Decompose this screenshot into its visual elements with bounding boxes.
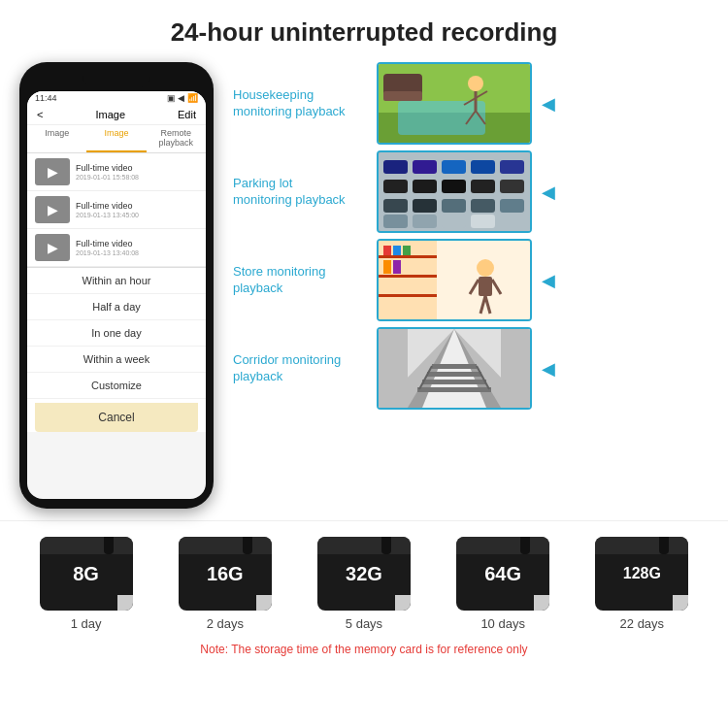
video-thumb: ▶ <box>35 234 70 261</box>
monitoring-row-parking: Parking lotmonitoring playback <box>233 150 718 233</box>
dropdown-item-one-day[interactable]: In one day <box>27 320 206 347</box>
sd-card-notch <box>381 537 391 554</box>
svg-rect-22 <box>383 199 408 213</box>
video-thumb: ▶ <box>35 158 70 185</box>
phone-device: 11:44 ▣ ◀ 📶 < Image Edit Image Image Rem… <box>19 62 214 509</box>
svg-rect-12 <box>383 160 408 174</box>
page-title: 24-hour uninterrupted recording <box>0 0 728 57</box>
svg-rect-20 <box>471 180 495 193</box>
sd-size-label-128g: 128G <box>623 565 661 582</box>
svg-rect-42 <box>479 277 492 296</box>
phone-mockup: 11:44 ▣ ◀ 📶 < Image Edit Image Image Rem… <box>10 57 223 509</box>
sd-card-icon-16g: 16G <box>179 537 272 611</box>
dropdown-item-customize[interactable]: Customize <box>27 373 206 399</box>
video-title: Full-time video <box>76 201 139 211</box>
svg-rect-21 <box>500 180 524 193</box>
monitoring-label-housekeeping: Housekeepingmonitoring playback <box>233 87 369 120</box>
monitoring-photo-store <box>377 239 532 321</box>
photo-scene-store <box>379 241 530 319</box>
sd-card-16g: 16G 2 days <box>179 537 272 631</box>
list-item[interactable]: ▶ Full-time video 2019-01-13 13:40:08 <box>27 229 206 267</box>
svg-rect-38 <box>403 246 411 255</box>
svg-rect-51 <box>417 387 491 392</box>
svg-rect-35 <box>379 294 437 297</box>
sd-card-8g: 8G 1 day <box>40 537 133 631</box>
monitoring-row-store: Store monitoringplayback <box>233 239 718 321</box>
monitoring-photo-corridor <box>377 327 532 410</box>
photo-scene-corridor <box>379 329 530 408</box>
sd-cards-row: 8G 1 day 16G 2 days 32G 5 days 64G 10 da… <box>19 537 709 631</box>
svg-rect-53 <box>427 372 481 377</box>
phone-dropdown: Within an hour Half a day In one day Wit… <box>27 267 206 432</box>
phone-notch <box>83 72 150 87</box>
svg-rect-30 <box>471 215 495 228</box>
phone-back[interactable]: < <box>37 109 43 120</box>
dropdown-cancel[interactable]: Cancel <box>35 403 198 432</box>
svg-rect-17 <box>383 180 408 193</box>
dropdown-item-within-hour[interactable]: Within an hour <box>27 268 206 294</box>
tab-image-2[interactable]: Image <box>86 125 146 152</box>
sd-days-128g: 22 days <box>620 616 665 631</box>
phone-video-list: ▶ Full-time video 2019-01-01 15:58:08 ▶ … <box>27 153 206 267</box>
photo-scene-housekeeping <box>379 64 530 143</box>
sd-size-label-64g: 64G <box>484 563 521 585</box>
svg-rect-29 <box>442 215 466 228</box>
dropdown-item-half-day[interactable]: Half a day <box>27 294 206 320</box>
sd-size-label-8g: 8G <box>73 563 99 585</box>
svg-rect-54 <box>432 364 477 369</box>
monitoring-label-corridor: Corridor monitoringplayback <box>233 352 369 385</box>
svg-rect-18 <box>413 180 437 193</box>
svg-rect-10 <box>383 91 422 101</box>
phone-edit[interactable]: Edit <box>178 109 196 120</box>
svg-rect-23 <box>413 199 437 213</box>
svg-rect-26 <box>500 199 524 213</box>
svg-rect-52 <box>422 380 486 384</box>
monitoring-photo-parking <box>377 150 532 233</box>
arrow-housekeeping: ◀ <box>542 93 555 115</box>
sd-days-8g: 1 day <box>71 616 102 631</box>
phone-status-bar: 11:44 ▣ ◀ 📶 <box>27 91 206 105</box>
svg-rect-25 <box>471 199 495 213</box>
svg-rect-24 <box>442 199 466 213</box>
svg-point-41 <box>477 259 494 277</box>
list-item[interactable]: ▶ Full-time video 2019-01-13 13:45:00 <box>27 191 206 229</box>
svg-rect-16 <box>500 160 524 174</box>
phone-icons: ▣ ◀ 📶 <box>167 93 198 103</box>
sd-card-icon-32g: 32G <box>317 537 411 611</box>
sd-days-64g: 10 days <box>480 616 525 631</box>
monitoring-row-corridor: Corridor monitoringplayback <box>233 327 718 410</box>
svg-rect-13 <box>413 160 437 174</box>
sd-card-icon-8g: 8G <box>40 537 133 611</box>
arrow-corridor: ◀ <box>542 358 555 380</box>
sd-cards-section: 8G 1 day 16G 2 days 32G 5 days 64G 10 da… <box>0 520 728 672</box>
tab-image-1[interactable]: Image <box>27 125 86 152</box>
sd-size-label-32g: 32G <box>346 563 382 585</box>
sd-card-icon-64g: 64G <box>456 537 549 611</box>
monitoring-row-housekeeping: Housekeepingmonitoring playback <box>233 62 718 145</box>
sd-size-label-16g: 16G <box>207 563 244 585</box>
svg-rect-57 <box>379 329 408 408</box>
tab-remote-playback[interactable]: Remote playback <box>147 125 206 152</box>
svg-rect-39 <box>383 260 391 274</box>
sd-card-64g: 64G 10 days <box>456 537 549 631</box>
phone-nav: < Image Edit <box>27 105 206 125</box>
photo-scene-parking <box>379 152 530 231</box>
svg-rect-27 <box>383 215 408 228</box>
svg-point-3 <box>468 76 483 91</box>
svg-rect-14 <box>442 160 466 174</box>
svg-rect-40 <box>393 260 401 274</box>
sd-card-32g: 32G 5 days <box>317 537 411 631</box>
list-item[interactable]: ▶ Full-time video 2019-01-01 15:58:08 <box>27 153 206 191</box>
phone-time: 11:44 <box>35 93 57 103</box>
svg-rect-36 <box>383 246 391 255</box>
phone-nav-title: Image <box>95 109 125 120</box>
sd-card-128g: 128G 22 days <box>595 537 688 631</box>
svg-rect-34 <box>379 275 437 278</box>
dropdown-item-within-week[interactable]: Within a week <box>27 347 206 373</box>
video-date: 2019-01-01 15:58:08 <box>76 174 139 181</box>
svg-rect-28 <box>413 215 437 228</box>
arrow-parking: ◀ <box>542 182 555 203</box>
video-thumb: ▶ <box>35 196 70 223</box>
storage-note: Note: The storage time of the memory car… <box>19 643 709 664</box>
svg-rect-15 <box>471 160 495 174</box>
